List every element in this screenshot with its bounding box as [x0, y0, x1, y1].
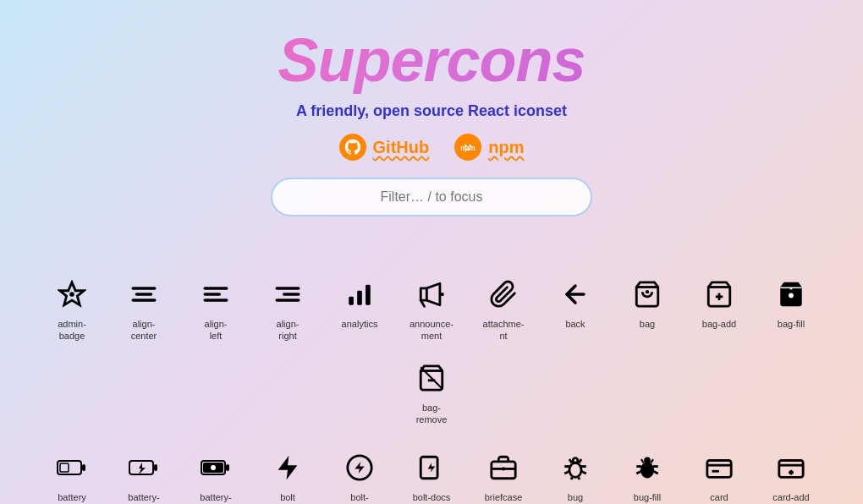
icon-admin-badge[interactable]: admin-badge	[36, 267, 108, 351]
icon-bag-fill[interactable]: bag-fill	[756, 267, 827, 351]
icon-label-briefcase: briefcase	[485, 491, 523, 503]
svg-point-19	[441, 293, 444, 296]
icon-label-battery-bolt: battery-bolt	[128, 491, 159, 504]
svg-rect-37	[154, 464, 157, 471]
icon-card[interactable]: card	[684, 441, 756, 504]
bolt-docs-icon	[417, 451, 446, 485]
search-container	[17, 178, 846, 216]
icon-briefcase[interactable]: briefcase	[468, 441, 540, 504]
svg-point-54	[573, 458, 578, 463]
align-center-icon	[129, 277, 158, 311]
svg-point-62	[645, 458, 650, 463]
icon-label-attachment: attachme-nt	[483, 318, 525, 342]
card-icon	[705, 451, 734, 485]
svg-rect-35	[60, 463, 69, 472]
align-right-icon	[273, 277, 302, 311]
icon-align-center[interactable]: align-center	[108, 267, 180, 351]
search-input[interactable]	[271, 178, 592, 216]
icon-analytics[interactable]: analytics	[324, 267, 396, 351]
icon-bag[interactable]: bag	[612, 267, 684, 351]
icon-announcement[interactable]: announce-ment	[396, 267, 468, 351]
bag-add-icon	[705, 277, 734, 311]
icon-bag-add[interactable]: bag-add	[684, 267, 756, 351]
align-left-icon	[201, 277, 230, 311]
svg-rect-17	[366, 285, 371, 305]
icons-grid: admin-badge align-center align-left	[0, 259, 863, 504]
page-title: Supercons	[17, 27, 846, 94]
icon-label-bolt: bolt	[280, 491, 295, 503]
svg-point-61	[641, 463, 653, 478]
icon-bolt-circle[interactable]: bolt-circle	[324, 441, 396, 504]
npm-label: npm	[488, 138, 524, 157]
icon-label-bag-fill: bag-fill	[778, 318, 805, 330]
card-add-icon	[777, 451, 805, 485]
icon-bug[interactable]: bug	[540, 441, 612, 504]
icon-label-bolt-docs: bolt-docs	[413, 491, 451, 503]
icon-bug-fill[interactable]: bug-fill	[612, 441, 684, 504]
external-links: GitHub npm npm	[17, 134, 846, 161]
icon-bolt-docs[interactable]: bolt-docs	[396, 441, 468, 504]
svg-rect-16	[357, 291, 362, 305]
svg-point-5	[69, 292, 74, 297]
icon-label-card: card	[710, 491, 728, 503]
battery-bolt-icon	[129, 451, 159, 485]
svg-marker-48	[428, 463, 436, 473]
back-icon	[561, 277, 590, 311]
npm-icon: npm	[454, 134, 481, 161]
github-link[interactable]: GitHub	[339, 134, 430, 161]
icon-label-admin-badge: admin-badge	[58, 318, 86, 342]
icon-label-battery: battery	[58, 491, 86, 503]
svg-rect-43	[212, 466, 213, 469]
github-label: GitHub	[373, 138, 430, 157]
svg-rect-34	[82, 464, 85, 471]
svg-text:npm: npm	[461, 145, 475, 152]
bolt-icon	[273, 451, 302, 485]
bag-icon	[633, 277, 662, 311]
svg-rect-27	[780, 288, 802, 288]
page-header: Supercons A friendly, open source React …	[0, 0, 863, 259]
icon-attachment[interactable]: attachme-nt	[468, 267, 540, 351]
icon-battery-bolt[interactable]: battery-bolt	[108, 441, 180, 504]
svg-line-65	[636, 472, 641, 474]
battery-fill-icon	[201, 451, 231, 485]
announcement-icon	[417, 277, 446, 311]
svg-line-57	[564, 472, 569, 474]
bug-fill-icon	[633, 451, 662, 485]
github-icon	[339, 134, 366, 161]
icon-label-analytics: analytics	[342, 318, 378, 330]
icon-align-left[interactable]: align-left	[180, 267, 252, 351]
icon-card-add[interactable]: card-add	[756, 441, 827, 504]
bug-icon	[561, 451, 590, 485]
icon-label-card-add: card-add	[772, 491, 809, 503]
svg-point-28	[789, 293, 794, 299]
icon-align-right[interactable]: align-right	[252, 267, 324, 351]
bolt-circle-icon	[345, 451, 374, 485]
icon-label-align-left: align-left	[205, 318, 228, 342]
icon-label-bag-add: bag-add	[702, 318, 736, 330]
svg-marker-44	[278, 456, 298, 479]
svg-marker-38	[139, 463, 146, 474]
svg-point-23	[646, 290, 649, 293]
icon-back[interactable]: back	[540, 267, 612, 351]
icon-label-back: back	[565, 318, 585, 330]
bag-fill-icon	[777, 277, 805, 311]
icon-label-bug-fill: bug-fill	[634, 491, 661, 503]
icon-bag-remove[interactable]: bag-remove	[396, 351, 468, 435]
bag-remove-icon	[417, 361, 446, 395]
icon-battery-fill[interactable]: battery-fill	[180, 441, 252, 504]
icon-label-bag: bag	[640, 318, 655, 330]
admin-badge-icon	[58, 277, 86, 311]
svg-point-3	[470, 145, 472, 147]
svg-point-2	[464, 145, 467, 147]
icon-bolt[interactable]: bolt	[252, 441, 324, 504]
icon-battery[interactable]: battery	[36, 441, 108, 504]
svg-marker-46	[355, 462, 364, 474]
page-subtitle: A friendly, open source React iconset	[17, 102, 846, 120]
icon-label-announcement: announce-ment	[410, 318, 453, 342]
svg-point-53	[569, 463, 581, 478]
svg-line-66	[653, 472, 658, 474]
svg-marker-18	[421, 288, 426, 300]
svg-rect-29	[790, 288, 793, 289]
icon-label-bag-remove: bag-remove	[416, 402, 448, 426]
npm-link[interactable]: npm npm	[454, 134, 524, 161]
